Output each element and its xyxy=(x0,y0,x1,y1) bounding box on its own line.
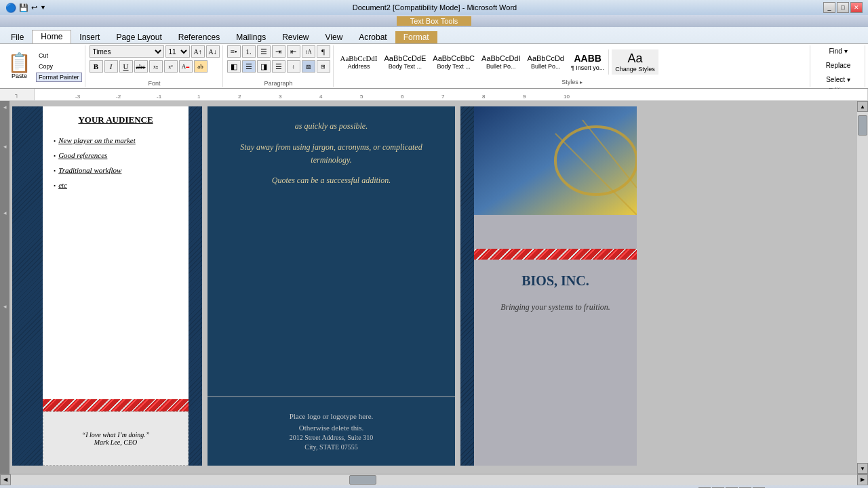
align-center-button[interactable]: ☰ xyxy=(242,60,256,73)
numbering-button[interactable]: 1. xyxy=(242,45,256,58)
underline-button[interactable]: U xyxy=(119,60,133,73)
font-group-label: Font xyxy=(90,79,220,87)
scroll-thumb[interactable] xyxy=(858,115,867,136)
borders-button[interactable]: ⊞ xyxy=(317,60,330,73)
cut-button[interactable]: Cut xyxy=(36,51,82,60)
tab-references[interactable]: References xyxy=(170,31,228,43)
highlight-button[interactable]: ab xyxy=(194,60,208,73)
style-address[interactable]: AaBbCcDdI Address xyxy=(338,53,380,71)
ruler-corner: ┐ xyxy=(0,89,34,100)
superscript-button[interactable]: x² xyxy=(164,60,178,73)
style-bullet-2-label: Bullet Po... xyxy=(531,63,561,70)
maximize-btn[interactable]: □ xyxy=(837,2,849,13)
quick-access-undo[interactable]: ↩ xyxy=(31,3,37,12)
scroll-right-button[interactable]: ▶ xyxy=(857,474,868,485)
decrease-indent-button[interactable]: ⇤ xyxy=(287,45,300,58)
align-left-button[interactable]: ◧ xyxy=(227,60,241,73)
paragraph-group-label: Paragraph xyxy=(227,79,330,87)
right-panel-content: BIOS, INC. Bringing your systems to frui… xyxy=(460,106,637,466)
strikethrough-button[interactable]: abc xyxy=(134,60,148,73)
bullet-dot-2: • xyxy=(54,152,56,159)
font-size-select[interactable]: 11 xyxy=(165,45,190,58)
bold-button[interactable]: B xyxy=(90,60,103,73)
tab-page-layout[interactable]: Page Layout xyxy=(108,31,170,43)
multilevel-button[interactable]: ☰ xyxy=(257,45,271,58)
paste-button[interactable]: 📋 Paste xyxy=(5,52,33,81)
bullets-button[interactable]: ≡• xyxy=(227,45,241,58)
style-body-text-1[interactable]: AaBbCcDdE Body Text ... xyxy=(382,53,429,71)
svg-text:3: 3 xyxy=(279,94,282,100)
window-controls[interactable]: _ □ ✕ xyxy=(823,2,863,13)
scroll-h-track[interactable] xyxy=(11,474,857,485)
tab-format[interactable]: Format xyxy=(395,31,437,43)
text-color-button[interactable]: A▬ xyxy=(179,60,193,73)
sidebar-marker-3: ◂ xyxy=(3,209,7,216)
scroll-left-button[interactable]: ◀ xyxy=(0,474,11,485)
sort-button[interactable]: ↕A xyxy=(302,45,315,58)
quick-access-save[interactable]: 💾 xyxy=(19,3,28,12)
show-formatting-button[interactable]: ¶ xyxy=(317,45,330,58)
scroll-h-thumb[interactable] xyxy=(349,475,376,485)
ribbon-content: 📋 Paste Cut Copy Format Painter Times 11 xyxy=(0,43,868,88)
horizontal-scrollbar[interactable]: ◀ ▶ xyxy=(0,474,868,485)
quick-access-arrow[interactable]: ▼ xyxy=(40,4,46,11)
style-insert[interactable]: AABB ¶ Insert yo... xyxy=(568,52,607,73)
svg-text:2: 2 xyxy=(238,94,241,100)
left-panel-quote-box[interactable]: “I love what I’m doing.” Mark Lee, CEO xyxy=(43,411,189,466)
line-spacing-button[interactable]: ↕ xyxy=(287,60,300,73)
justify-button[interactable]: ☰ xyxy=(272,60,285,73)
sidebar-marker-4: ◂ xyxy=(3,303,7,310)
clipboard-small-buttons: Cut Copy Format Painter xyxy=(36,51,82,82)
style-body-text-2[interactable]: AaBbCcBbC Body Text ... xyxy=(430,53,477,71)
select-button[interactable]: Select ▾ xyxy=(814,74,862,85)
sidebar-marker-1: ◂ xyxy=(3,104,7,110)
bottom-area: ◀ ▶ Page: 1 of 2 Words: 0 📝 English (U.S… xyxy=(0,474,868,488)
svg-text:6: 6 xyxy=(401,94,404,100)
close-btn[interactable]: ✕ xyxy=(850,2,863,13)
font-shrink-button[interactable]: A↓ xyxy=(206,45,220,58)
styles-dialog-launcher[interactable]: ▸ xyxy=(580,79,583,85)
shading-button[interactable]: ▧ xyxy=(302,60,315,73)
left-panel-dark-strip-right xyxy=(189,106,202,466)
company-tagline: Bringing your systems to fruition. xyxy=(500,302,610,312)
scroll-track[interactable] xyxy=(857,112,868,463)
tab-review[interactable]: Review xyxy=(274,31,317,43)
tab-view[interactable]: View xyxy=(317,31,351,43)
style-bullet-2[interactable]: AaBbCcDd Bullet Po... xyxy=(525,53,567,71)
tab-insert[interactable]: Insert xyxy=(71,31,108,43)
tab-mailings[interactable]: Mailings xyxy=(228,31,274,43)
right-panel-gray-section xyxy=(474,215,637,249)
right-scrollbar[interactable]: ▲ ▼ xyxy=(857,101,868,474)
font-group: Times 11 A↑ A↓ B I U abc x₂ x² A▬ ab xyxy=(87,45,223,87)
title-bar: 🔵 💾 ↩ ▼ Document2 [Compatibility Mode] -… xyxy=(0,0,868,15)
find-button[interactable]: Find ▾ xyxy=(814,45,862,57)
tab-home[interactable]: Home xyxy=(32,30,71,43)
tab-acrobat[interactable]: Acrobat xyxy=(351,31,395,43)
replace-button[interactable]: Replace xyxy=(814,60,862,71)
bullet-text-1: New player on the market xyxy=(58,136,136,144)
minimize-btn[interactable]: _ xyxy=(823,2,835,13)
subscript-button[interactable]: x₂ xyxy=(149,60,163,73)
format-painter-button[interactable]: Format Painter xyxy=(36,73,82,82)
font-name-select[interactable]: Times xyxy=(90,45,164,58)
copy-button[interactable]: Copy xyxy=(36,62,82,71)
left-panel-heading: YOUR AUDIENCE xyxy=(43,106,189,131)
style-bullet-1[interactable]: AaBbCcDdI Bullet Po... xyxy=(479,53,523,71)
tab-file[interactable]: File xyxy=(3,31,32,43)
right-panel-left-strip xyxy=(460,106,474,466)
bullet-dot-1: • xyxy=(54,138,56,144)
styles-items-row: AaBbCcDdI Address AaBbCcDdE Body Text ..… xyxy=(338,47,807,77)
increase-indent-button[interactable]: ⇥ xyxy=(272,45,285,58)
font-grow-button[interactable]: A↑ xyxy=(191,45,205,58)
scroll-up-button[interactable]: ▲ xyxy=(857,101,868,112)
middle-logo-area: Place logo or logotype here. Otherwise d… xyxy=(208,396,455,466)
align-right-button[interactable]: ◨ xyxy=(257,60,271,73)
middle-address-1: 2012 Street Address, Suite 310 xyxy=(221,433,441,443)
bullet-item-2: • Good references xyxy=(54,151,178,159)
change-styles-button[interactable]: Aa Change Styles xyxy=(612,49,658,75)
font-controls: Times 11 A↑ A↓ B I U abc x₂ x² A▬ ab xyxy=(90,45,220,79)
middle-text-3: Quotes can be a successful addition. xyxy=(272,176,391,186)
styles-group-label: Styles ▸ xyxy=(338,77,807,85)
scroll-down-button[interactable]: ▼ xyxy=(857,463,868,474)
italic-button[interactable]: I xyxy=(104,60,118,73)
